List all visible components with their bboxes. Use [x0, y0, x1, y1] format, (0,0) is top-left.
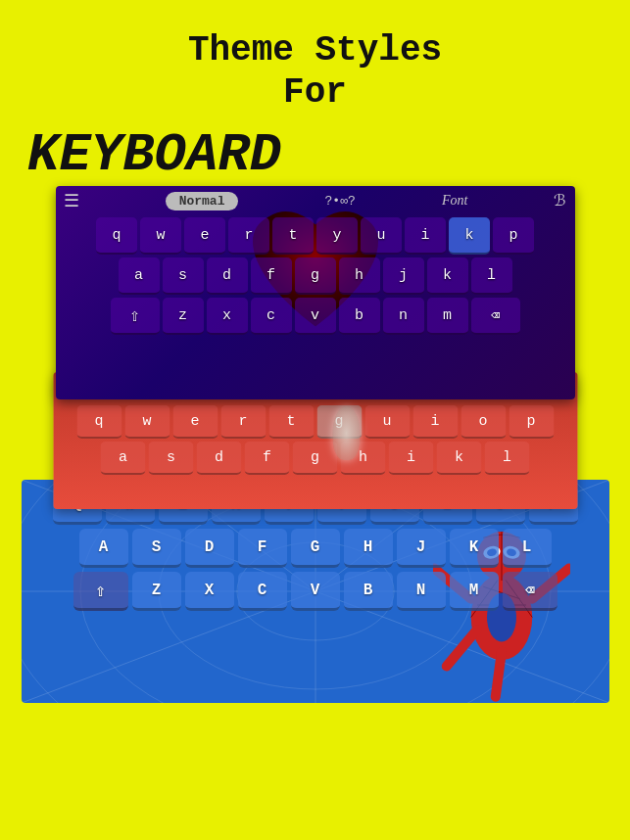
rk-key-g2[interactable]: g	[293, 442, 338, 475]
sk-key-M[interactable]: M	[450, 572, 499, 611]
rk-key-l[interactable]: l	[485, 442, 530, 475]
rk-key-r[interactable]: r	[220, 405, 266, 439]
rk-key-d[interactable]: d	[197, 442, 242, 475]
rk-key-i[interactable]: i	[412, 405, 458, 439]
sk-key-H[interactable]: H	[344, 529, 393, 568]
key-i[interactable]: i	[405, 217, 446, 255]
font-label: Font	[442, 193, 467, 209]
key-q[interactable]: q	[96, 217, 137, 255]
key-l[interactable]: l	[471, 257, 512, 295]
sk-key-D[interactable]: D	[185, 529, 234, 568]
key-z[interactable]: z	[163, 298, 204, 335]
rk-key-e[interactable]: e	[172, 405, 218, 439]
key-m[interactable]: m	[427, 298, 468, 335]
key-f[interactable]: f	[251, 257, 292, 295]
key-s[interactable]: s	[163, 257, 204, 295]
key-j[interactable]: j	[383, 257, 424, 295]
key-r[interactable]: r	[228, 217, 269, 255]
rk-key-w[interactable]: w	[124, 405, 170, 439]
sk-shift-key[interactable]: ⇧	[73, 572, 128, 611]
rk-key-k[interactable]: k	[437, 442, 482, 475]
key-w[interactable]: w	[140, 217, 181, 255]
key-k[interactable]: k	[449, 217, 490, 255]
key-d[interactable]: d	[207, 257, 248, 295]
rk-key-u[interactable]: u	[364, 405, 410, 439]
key-e[interactable]: e	[184, 217, 225, 255]
symbols-label: ?•∞?	[325, 194, 356, 209]
rk-key-f[interactable]: f	[245, 442, 290, 475]
shift-key[interactable]: ⇧	[111, 298, 160, 335]
key-x[interactable]: x	[207, 298, 248, 335]
sk-key-J[interactable]: J	[397, 529, 446, 568]
key-u[interactable]: u	[361, 217, 402, 255]
sk-key-Z[interactable]: Z	[132, 572, 181, 611]
key-k2[interactable]: k	[427, 257, 468, 295]
svg-line-19	[446, 630, 476, 667]
keyboard-spiderman: Q W E R T Y U I O P A S D F G H	[22, 480, 609, 703]
page-title: Theme Styles For	[0, 0, 630, 114]
menu-icon: ☰	[64, 190, 79, 211]
key-n[interactable]: n	[383, 298, 424, 335]
sk-key-V[interactable]: V	[291, 572, 340, 611]
sk-backspace-key[interactable]: ⌫	[503, 572, 557, 611]
rk-key-o[interactable]: o	[460, 405, 506, 439]
sk-key-L[interactable]: L	[503, 529, 552, 568]
sk-key-G[interactable]: G	[291, 529, 340, 568]
keyboard-dark-heart: ☰ Normal ?•∞? Font ℬ q w e r t y u i k	[56, 186, 575, 399]
sk-key-S[interactable]: S	[132, 529, 181, 568]
key-g[interactable]: g	[295, 257, 336, 295]
sk-key-A[interactable]: A	[79, 529, 128, 568]
backspace-key[interactable]: ⌫	[471, 298, 520, 335]
rk-key-i2[interactable]: i	[389, 442, 434, 475]
rk-key-h[interactable]: h	[341, 442, 386, 475]
sk-key-B[interactable]: B	[344, 572, 393, 611]
sk-key-N[interactable]: N	[397, 572, 446, 611]
sk-key-K[interactable]: K	[450, 529, 499, 568]
key-a[interactable]: a	[119, 257, 160, 295]
key-h[interactable]: h	[339, 257, 380, 295]
sk-key-C[interactable]: C	[238, 572, 287, 611]
extra-label: ℬ	[554, 191, 566, 210]
normal-button[interactable]: Normal	[166, 192, 239, 210]
key-v[interactable]: v	[295, 298, 336, 335]
rk-key-g[interactable]: g	[316, 405, 362, 439]
sk-key-X[interactable]: X	[185, 572, 234, 611]
key-c[interactable]: c	[251, 298, 292, 335]
key-p[interactable]: p	[493, 217, 534, 255]
rk-key-s[interactable]: s	[149, 442, 194, 475]
rk-key-a[interactable]: a	[101, 442, 146, 475]
rk-key-q[interactable]: q	[76, 405, 121, 439]
rk-key-p[interactable]: p	[509, 405, 554, 439]
key-b[interactable]: b	[339, 298, 380, 335]
rk-key-t[interactable]: t	[268, 405, 314, 439]
svg-line-20	[495, 652, 501, 697]
key-y[interactable]: y	[316, 217, 358, 255]
keyboard-label: KEYBOARD	[0, 125, 630, 185]
key-t[interactable]: t	[272, 217, 314, 255]
sk-key-F[interactable]: F	[238, 529, 287, 568]
